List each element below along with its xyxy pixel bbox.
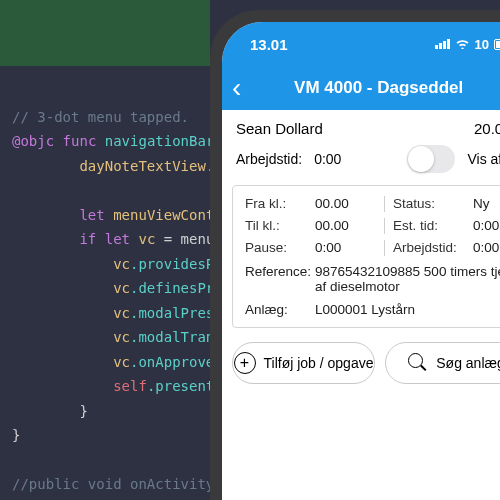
- est-value: 0:00: [473, 218, 500, 233]
- user-name: Sean Dollard: [236, 120, 323, 137]
- wifi-icon: [455, 37, 470, 52]
- pause-label: Pause:: [245, 240, 315, 255]
- worktime-value: 0:00: [314, 151, 341, 167]
- to-label: Til kl.:: [245, 218, 315, 233]
- status-label: Status:: [393, 196, 473, 211]
- nav-bar: ‹ VM 4000 - Dagseddel: [222, 66, 500, 110]
- pause-value: 0:00: [315, 240, 375, 255]
- reference-label: Reference:: [245, 264, 315, 294]
- from-value: 00.00: [315, 196, 375, 211]
- battery-icon: [494, 39, 500, 50]
- search-anlaeg-label: Søg anlæg: [436, 355, 500, 371]
- arb-value: 0:00: [473, 240, 500, 255]
- phone-frame: 13.01 10 ‹ VM 4000 - Dagseddel Sean Doll…: [210, 10, 500, 500]
- from-label: Fra kl.:: [245, 196, 315, 211]
- date-value: 20.02.2: [474, 120, 500, 137]
- background-band: [0, 0, 210, 66]
- est-label: Est. tid:: [393, 218, 473, 233]
- status-time: 13.01: [250, 36, 288, 53]
- phone-screen: 13.01 10 ‹ VM 4000 - Dagseddel Sean Doll…: [222, 22, 500, 500]
- battery-percent: 10: [475, 37, 489, 52]
- signal-icon: [435, 39, 450, 49]
- show-completed-toggle[interactable]: [407, 145, 455, 173]
- anlaeg-label: Anlæg:: [245, 302, 315, 317]
- worktime-label: Arbejdstid:: [236, 151, 302, 167]
- arb-label: Arbejdstid:: [393, 240, 473, 255]
- status-value: Ny: [473, 196, 500, 211]
- search-icon: [408, 353, 428, 373]
- anlaeg-value: L000001 Lystårn: [315, 302, 500, 317]
- status-bar: 13.01 10: [222, 22, 500, 66]
- job-card[interactable]: Fra kl.: 00.00 Status: Ny Til kl.: 00.00…: [232, 185, 500, 328]
- to-value: 00.00: [315, 218, 375, 233]
- reference-value: 98765432109885 500 timers tjek af diesel…: [315, 264, 500, 294]
- search-anlaeg-button[interactable]: Søg anlæg: [385, 342, 500, 384]
- nav-title: VM 4000 - Dagseddel: [229, 78, 500, 98]
- toggle-label: Vis afslut: [467, 151, 500, 167]
- add-job-label: Tilføj job / opgave: [264, 355, 374, 371]
- add-job-button[interactable]: + Tilføj job / opgave: [232, 342, 375, 384]
- plus-icon: +: [234, 352, 256, 374]
